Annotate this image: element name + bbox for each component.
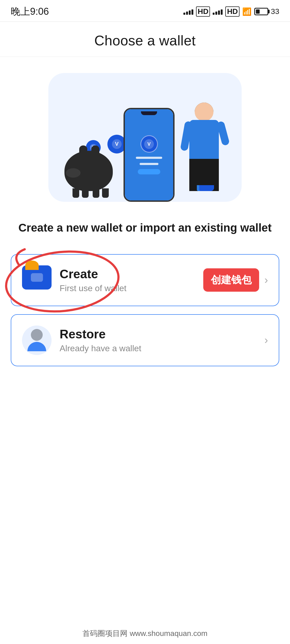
- restore-card-subtitle: Already have a wallet: [60, 343, 256, 353]
- wallet-icon: [22, 265, 52, 290]
- piggy-bank: V: [64, 145, 118, 191]
- hd-badge-2: HD: [225, 6, 239, 17]
- signal-bar: [221, 9, 223, 15]
- footer: 首码圈项目网 www.shoumaquan.com: [0, 623, 290, 644]
- piggy-snout: [66, 168, 81, 178]
- battery-fill: [256, 9, 260, 14]
- piggy-leg-1: [73, 188, 79, 198]
- chevron-right-icon: ›: [264, 274, 268, 286]
- signal-bar: [213, 13, 215, 15]
- piggy-leg-4: [102, 188, 109, 198]
- battery-percentage: 33: [271, 7, 279, 16]
- piggy-leg-3: [93, 188, 99, 198]
- signal-bar: [191, 9, 193, 15]
- piggy-leg-2: [82, 188, 89, 198]
- cards-container: Create First use of wallet 创建钱包 › Restor…: [0, 249, 290, 372]
- phone-screen: V: [125, 109, 173, 200]
- person-pants: [189, 159, 219, 191]
- phone-screen-line-1: [136, 157, 162, 159]
- signal-bar: [215, 12, 217, 15]
- phone-button: [138, 169, 160, 174]
- chevron-right-icon-restore: ›: [264, 334, 268, 346]
- restore-card-text: Restore Already have a wallet: [60, 327, 256, 353]
- person-icon: [22, 325, 52, 355]
- create-wallet-icon-container: [22, 265, 52, 295]
- restore-card-right: ›: [264, 334, 268, 346]
- signal-bars-2: [213, 8, 223, 15]
- piggy-body: [64, 151, 113, 191]
- person-head: [195, 103, 213, 121]
- signal-bars-1: [183, 8, 193, 15]
- phone-notch: [141, 111, 157, 115]
- create-badge: 创建钱包: [203, 268, 259, 292]
- illustration: V V: [48, 73, 242, 202]
- status-bar: 晚上9:06 HD HD 📶 33: [0, 0, 290, 21]
- battery-icon: [254, 8, 268, 15]
- subtitle-text: Create a new wallet or import an existin…: [19, 221, 272, 235]
- page-title: Choose a wallet: [94, 32, 196, 49]
- create-card-title: Create: [60, 267, 195, 281]
- status-icons: HD HD 📶 33: [183, 6, 279, 17]
- svg-text:V: V: [147, 141, 151, 147]
- wallet-icon-inner: [31, 273, 43, 282]
- phone-coin-icon: V: [140, 135, 158, 153]
- signal-bar: [186, 12, 188, 15]
- signal-bar: [218, 10, 220, 15]
- create-wallet-card[interactable]: Create First use of wallet 创建钱包 ›: [11, 254, 279, 306]
- create-card-subtitle: First use of wallet: [60, 283, 195, 293]
- signal-bar: [189, 10, 191, 15]
- restore-wallet-icon-container: [22, 325, 52, 355]
- person-shoe-right: [199, 185, 214, 191]
- create-card-right: 创建钱包 ›: [203, 268, 268, 292]
- svg-text:V: V: [115, 141, 119, 147]
- restore-card-title: Restore: [60, 327, 256, 341]
- phone-device: V: [124, 108, 175, 202]
- wifi-icon: 📶: [242, 7, 252, 16]
- signal-bar: [183, 13, 185, 15]
- person-body: [189, 120, 219, 160]
- create-card-text: Create First use of wallet: [60, 267, 195, 293]
- person-figure: [180, 103, 228, 202]
- subtitle-container: Create a new wallet or import an existin…: [0, 213, 290, 249]
- person-icon-body: [27, 342, 46, 351]
- footer-text: 首码圈项目网 www.shoumaquan.com: [11, 628, 279, 639]
- status-time: 晚上9:06: [11, 5, 49, 18]
- restore-wallet-card[interactable]: Restore Already have a wallet ›: [11, 314, 279, 366]
- page-title-bar: Choose a wallet: [0, 22, 290, 57]
- illustration-container: V V: [0, 57, 290, 213]
- hd-badge-1: HD: [196, 6, 210, 17]
- phone-screen-line-2: [140, 163, 158, 165]
- person-icon-head: [31, 329, 43, 341]
